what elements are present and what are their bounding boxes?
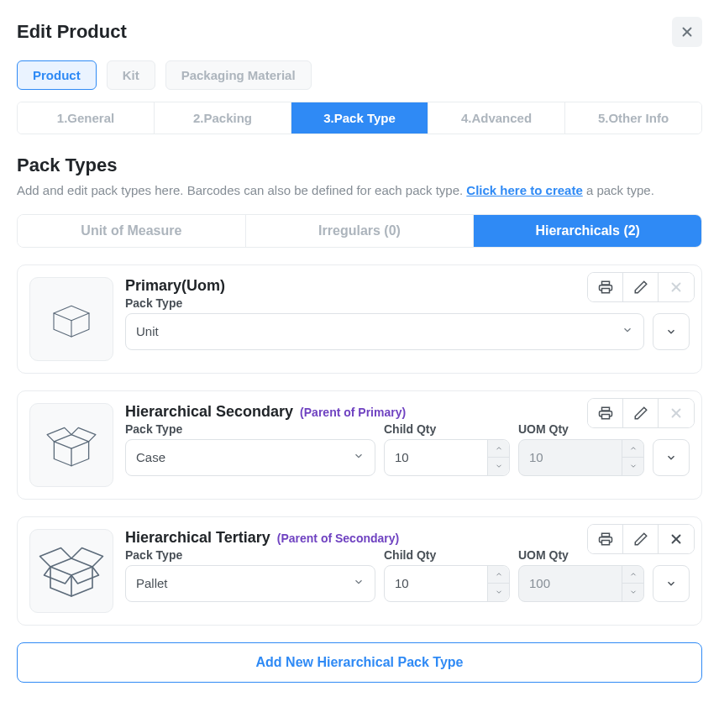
svg-rect-10 [601, 533, 609, 537]
card-title: Hierarchical Tertiary [125, 529, 270, 547]
delete-button [659, 399, 694, 427]
child-qty-value: 10 [395, 576, 409, 590]
child-qty-input[interactable]: 10 [384, 565, 510, 602]
pack-type-card: Primary(Uom) Pack Type Unit [17, 264, 702, 374]
pack-type-value: Pallet [136, 576, 168, 590]
chevron-down-icon [665, 578, 677, 589]
pack-type-label: Pack Type [125, 548, 375, 562]
add-hierarchical-button[interactable]: Add New Hierarchical Pack Type [17, 642, 702, 683]
pack-type-label: Pack Type [125, 422, 375, 436]
delete-button[interactable] [659, 525, 694, 553]
svg-rect-7 [601, 414, 609, 418]
close-button[interactable] [672, 17, 702, 47]
tab-pack-type[interactable]: 3.Pack Type [291, 102, 428, 134]
print-icon [598, 406, 613, 421]
pack-type-value: Unit [136, 324, 159, 338]
box-icon-open-large [29, 529, 113, 613]
child-qty-label: Child Qty [384, 422, 510, 436]
dialog-title: Edit Product [17, 21, 127, 43]
expand-button[interactable] [653, 439, 690, 476]
delete-button [659, 273, 694, 301]
step-down-button [622, 458, 643, 475]
print-icon [598, 280, 613, 295]
pack-type-select[interactable]: Pallet [125, 565, 375, 602]
pencil-icon [633, 532, 648, 547]
chevron-down-icon [665, 326, 677, 338]
section-description: Add and edit pack types here. Barcodes c… [17, 181, 702, 201]
section-title: Pack Types [17, 155, 702, 176]
svg-rect-6 [601, 407, 609, 411]
section-desc-text-2: a pack type. [583, 183, 654, 197]
svg-rect-3 [601, 288, 609, 292]
edit-button[interactable] [623, 273, 659, 301]
card-title: Primary(Uom) [125, 277, 225, 295]
step-up-button [622, 566, 643, 584]
subtab-hierarchicals[interactable]: Hierarchicals (2) [474, 215, 701, 247]
svg-rect-11 [601, 540, 609, 544]
expand-button[interactable] [653, 313, 690, 350]
parent-note: (Parent of Primary) [300, 406, 406, 419]
svg-rect-2 [601, 281, 609, 285]
subtab-irregulars[interactable]: Irregulars (0) [246, 215, 475, 247]
edit-button[interactable] [623, 525, 659, 553]
step-up-button[interactable] [488, 440, 509, 458]
tab-advanced[interactable]: 4.Advanced [428, 102, 565, 134]
print-button[interactable] [588, 273, 623, 301]
print-icon [598, 532, 613, 547]
edit-button[interactable] [623, 399, 659, 427]
pack-type-card: Hierarchical Secondary (Parent of Primar… [17, 390, 702, 500]
tab-packing[interactable]: 2.Packing [155, 102, 291, 134]
pill-kit[interactable]: Kit [107, 60, 155, 90]
chevron-down-icon [353, 576, 365, 590]
chevron-down-icon [622, 324, 633, 338]
uom-qty-input: 10 [518, 439, 644, 476]
child-qty-value: 10 [395, 450, 409, 464]
child-qty-label: Child Qty [384, 548, 510, 562]
step-up-button[interactable] [488, 566, 509, 584]
pack-type-value: Case [136, 450, 165, 464]
subtab-unit-of-measure[interactable]: Unit of Measure [18, 215, 246, 247]
step-up-button [622, 440, 643, 458]
pencil-icon [633, 406, 648, 421]
parent-note: (Parent of Secondary) [277, 532, 399, 545]
print-button[interactable] [588, 525, 623, 553]
card-title: Hierarchical Secondary [125, 403, 293, 421]
uom-qty-input: 100 [518, 565, 644, 602]
step-down-button[interactable] [488, 584, 509, 601]
close-icon [669, 532, 684, 547]
expand-button[interactable] [653, 565, 690, 602]
pill-product[interactable]: Product [17, 60, 97, 90]
create-pack-type-link[interactable]: Click here to create [466, 183, 582, 197]
pencil-icon [633, 280, 648, 295]
pack-type-select[interactable]: Case [125, 439, 375, 476]
chevron-down-icon [353, 450, 365, 464]
close-icon [669, 280, 684, 295]
tab-general[interactable]: 1.General [18, 102, 155, 134]
pack-type-card: Hierarchical Tertiary (Parent of Seconda… [17, 516, 702, 626]
uom-qty-value: 100 [529, 576, 550, 590]
close-icon [680, 24, 695, 39]
section-desc-text-1: Add and edit pack types here. Barcodes c… [17, 183, 466, 197]
uom-qty-value: 10 [529, 450, 543, 464]
pack-type-select[interactable]: Unit [125, 313, 644, 350]
close-icon [669, 406, 684, 421]
child-qty-input[interactable]: 10 [384, 439, 510, 476]
tab-other-info[interactable]: 5.Other Info [565, 102, 701, 134]
box-icon-open [29, 403, 113, 487]
pill-packaging-material[interactable]: Packaging Material [165, 60, 312, 90]
chevron-down-icon [665, 452, 677, 464]
print-button[interactable] [588, 399, 623, 427]
step-down-button [622, 584, 643, 601]
box-icon-closed [29, 277, 113, 361]
step-down-button[interactable] [488, 458, 509, 475]
